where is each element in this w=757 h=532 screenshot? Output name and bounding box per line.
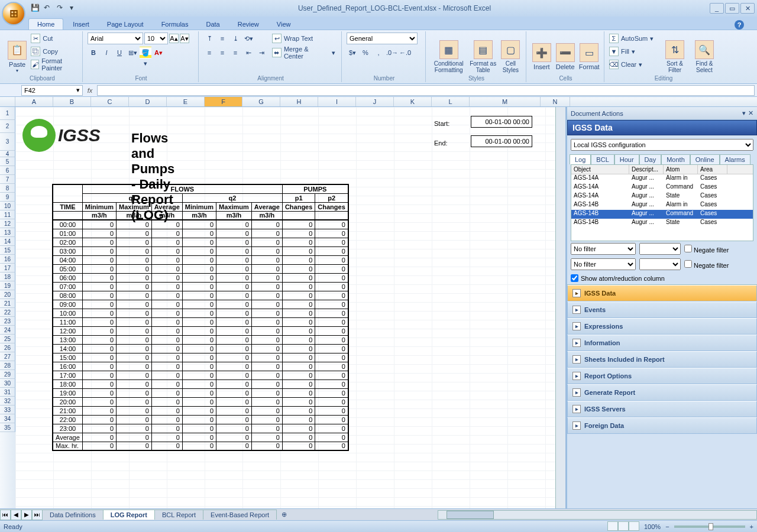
col-header-F[interactable]: F [205,97,242,106]
merge-center-button[interactable]: ⬌Merge & Center ▾ [270,47,338,59]
select-all-corner[interactable] [0,97,15,106]
object-row[interactable]: AGS-14BAugur ...StateCases [571,219,753,228]
row-header-23[interactable]: 23 [0,317,15,326]
italic-button[interactable]: I [101,47,112,59]
filter2-select[interactable]: No filter [571,258,636,270]
row-header-22[interactable]: 22 [0,308,15,317]
panel-tab-bcl[interactable]: BCL [591,154,614,164]
decrease-decimal[interactable]: ←.0 [399,47,410,59]
format-as-table-button[interactable]: ▤Format as Table [469,33,497,81]
accordion-generate-report[interactable]: ▸Generate Report [567,384,757,401]
zoom-slider[interactable] [674,525,745,528]
row-header-24[interactable]: 24 [0,326,15,335]
zoom-level[interactable]: 100% [644,523,661,530]
cell-styles-button[interactable]: ▢Cell Styles [499,33,522,81]
bold-button[interactable]: B [88,47,99,59]
autosum-button[interactable]: ΣAutoSum ▾ [609,33,659,44]
row-header-10[interactable]: 10 [0,202,15,210]
minimize-button[interactable]: _ [710,3,724,14]
filter1-value[interactable] [639,243,681,255]
row-header-20[interactable]: 20 [0,290,15,299]
name-box[interactable]: F42▾ [21,85,83,96]
accordion-igss-servers[interactable]: ▸IGSS Servers [567,401,757,417]
row-header-13[interactable]: 13 [0,228,15,237]
find-select-button[interactable]: 🔍Find & Select [691,33,718,81]
accordion-report-options[interactable]: ▸Report Options [567,368,757,384]
panel-tab-month[interactable]: Month [661,154,690,164]
accordion-expressions[interactable]: ▸Expressions [567,318,757,335]
col-header-M[interactable]: M [470,97,541,106]
fx-icon[interactable]: fx [84,87,96,94]
font-color-button[interactable]: A▾ [153,47,164,59]
row-header-34[interactable]: 34 [0,414,15,423]
row-header-21[interactable]: 21 [0,299,15,308]
row-header-9[interactable]: 9 [0,193,15,202]
clear-button[interactable]: ⌫Clear ▾ [609,59,659,70]
cut-button[interactable]: ✂Cut [31,33,79,44]
col-header-D[interactable]: D [129,97,167,106]
row-header-6[interactable]: 6 [0,166,15,175]
undo-icon[interactable]: ↶ [44,4,53,13]
panel-tab-alarms[interactable]: Alarms [720,154,750,164]
tab-view[interactable]: View [268,19,299,30]
conditional-formatting-button[interactable]: ▦Conditional Formatting [431,33,467,81]
tab-insert[interactable]: Insert [64,19,98,30]
horizontal-scrollbar[interactable] [438,510,757,520]
row-header-25[interactable]: 25 [0,335,15,343]
close-button[interactable]: ✕ [740,3,755,14]
row-header-27[interactable]: 27 [0,352,15,361]
row-header-28[interactable]: 28 [0,361,15,370]
filter2-value[interactable] [639,258,681,270]
accounting-button[interactable]: $▾ [347,47,358,59]
row-header-14[interactable]: 14 [0,237,15,246]
object-row[interactable]: AGS-14BAugur ...Alarm inCases [571,201,753,210]
row-header-35[interactable]: 35 [0,423,15,432]
col-header-N[interactable]: N [541,97,570,106]
number-format-select[interactable]: General [347,33,418,44]
tab-page-layout[interactable]: Page Layout [99,19,152,30]
tab-nav-prev[interactable]: ◀ [11,510,21,520]
delete-cells-button[interactable]: ➖Delete [555,33,576,81]
redo-icon[interactable]: ↷ [57,4,66,13]
increase-decimal[interactable]: .0→ [386,47,397,59]
shrink-font-icon[interactable]: A▾ [180,34,189,43]
accordion-events[interactable]: ▸Events [567,301,757,318]
row-header-18[interactable]: 18 [0,273,15,281]
font-size-select[interactable]: 10 [144,33,168,44]
tab-nav-next[interactable]: ▶ [21,510,32,520]
col-header-L[interactable]: L [432,97,470,106]
col-header-B[interactable]: B [53,97,91,106]
panel-tab-hour[interactable]: Hour [614,154,639,164]
maximize-button[interactable]: ▭ [725,3,739,14]
view-buttons[interactable] [607,521,639,532]
row-header-31[interactable]: 31 [0,388,15,397]
wrap-text-button[interactable]: ↩Wrap Text [270,33,338,44]
accordion-foreign-data[interactable]: ▸Foreign Data [567,417,757,434]
format-cells-button[interactable]: ▭Format [578,33,600,81]
config-select[interactable]: Local IGSS configuration [571,139,753,151]
row-header-26[interactable]: 26 [0,343,15,352]
sheet-tab-event-based-report[interactable]: Event-Based Report [203,510,277,520]
format-painter-button[interactable]: 🖌Format Painter [31,59,79,70]
copy-button[interactable]: ⿻Copy [31,46,79,57]
sheet-tab-bcl-report[interactable]: BCL Report [154,510,203,520]
tab-nav-first[interactable]: ⏮ [0,510,11,520]
object-row[interactable]: AGS-14AAugur ...StateCases [571,192,753,201]
col-header-E[interactable]: E [167,97,205,106]
paste-button[interactable]: 📋Paste▾ [6,33,28,81]
row-header-7[interactable]: 7 [0,175,15,184]
font-name-select[interactable]: Arial [88,33,143,44]
col-header-I[interactable]: I [318,97,356,106]
zoom-out-button[interactable]: − [665,523,669,530]
filter1-select[interactable]: No filter [571,243,636,255]
row-header-33[interactable]: 33 [0,406,15,414]
formula-input[interactable] [97,85,755,96]
row-header-1[interactable]: 1 [0,107,15,120]
save-icon[interactable]: 💾 [31,4,40,13]
panel-tab-online[interactable]: Online [690,154,720,164]
underline-button[interactable]: U [114,47,125,59]
col-header-G[interactable]: G [242,97,280,106]
row-header-5[interactable]: 5 [0,157,15,166]
align-middle[interactable]: ≡ [216,33,228,44]
sheet-tab-log-report[interactable]: LOG Report [103,510,155,520]
